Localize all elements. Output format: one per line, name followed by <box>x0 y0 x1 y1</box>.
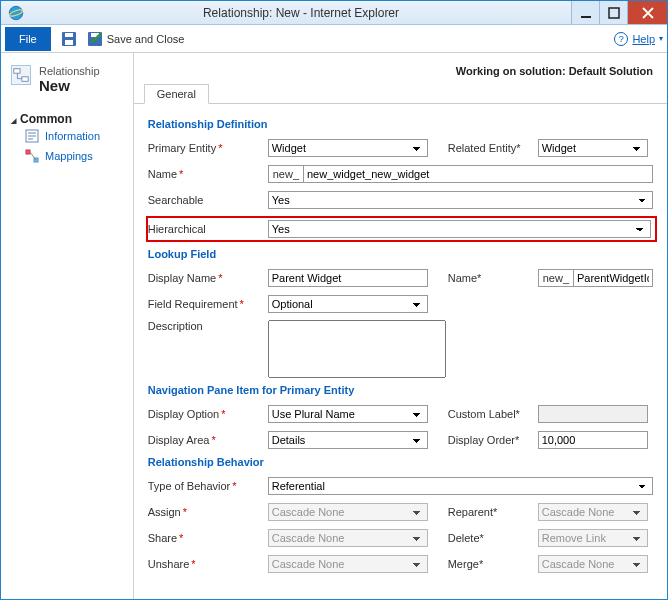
display-name-input[interactable] <box>268 269 428 287</box>
merge-select: Cascade None <box>538 555 648 573</box>
display-order-label: Display Order* <box>448 434 538 446</box>
tab-row: General <box>134 83 667 104</box>
display-name-label: Display Name* <box>148 272 268 284</box>
custom-label-label: Custom Label* <box>448 408 538 420</box>
maximize-button[interactable] <box>599 1 627 24</box>
reparent-label: Reparent* <box>448 506 538 518</box>
sidebar-item-label: Mappings <box>45 150 93 162</box>
svg-rect-9 <box>14 69 20 74</box>
related-entity-select[interactable]: Widget <box>538 139 648 157</box>
window-buttons <box>571 1 667 24</box>
sidebar-item-mappings[interactable]: Mappings <box>11 146 123 166</box>
common-section-header[interactable]: Common <box>11 112 123 126</box>
display-area-label: Display Area* <box>148 434 268 446</box>
section-relationship-definition: Relationship Definition <box>148 118 653 130</box>
save-close-icon <box>87 31 103 47</box>
description-label: Description <box>148 320 268 332</box>
custom-label-field <box>538 405 648 423</box>
merge-label: Merge* <box>448 558 538 570</box>
section-relationship-behavior: Relationship Behavior <box>148 456 653 468</box>
tab-general[interactable]: General <box>144 84 209 104</box>
lookup-name-prefix: new_ <box>538 269 573 287</box>
mappings-icon <box>25 149 39 163</box>
hierarchical-select[interactable]: Yes <box>268 220 651 238</box>
related-entity-label: Related Entity* <box>448 142 538 154</box>
name-label: Name* <box>148 168 268 180</box>
info-icon <box>25 129 39 143</box>
field-requirement-select[interactable]: Optional <box>268 295 428 313</box>
share-select: Cascade None <box>268 529 428 547</box>
window-title: Relationship: New - Internet Explorer <box>31 6 571 20</box>
help-label: Help <box>632 33 655 45</box>
solution-status: Working on solution: Default Solution <box>134 53 667 83</box>
save-and-close-label: Save and Close <box>107 33 185 45</box>
help-icon: ? <box>614 32 628 46</box>
svg-rect-2 <box>581 16 591 18</box>
svg-rect-10 <box>22 77 28 82</box>
file-menu[interactable]: File <box>5 27 51 51</box>
svg-rect-5 <box>65 33 73 37</box>
minimize-button[interactable] <box>571 1 599 24</box>
name-prefix: new_ <box>268 165 303 183</box>
delete-label: Delete* <box>448 532 538 544</box>
section-navigation-pane: Navigation Pane Item for Primary Entity <box>148 384 653 396</box>
section-lookup-field: Lookup Field <box>148 248 653 260</box>
field-requirement-label: Field Requirement* <box>148 298 268 310</box>
svg-rect-6 <box>65 40 73 45</box>
svg-rect-12 <box>26 150 30 154</box>
sidebar-item-information[interactable]: Information <box>11 126 123 146</box>
unshare-select: Cascade None <box>268 555 428 573</box>
entity-name: New <box>39 77 100 94</box>
command-bar: File Save and Close ? Help ▾ <box>1 25 667 53</box>
sidebar: Relationship New Common Information Mapp… <box>1 53 133 599</box>
searchable-select[interactable]: Yes <box>268 191 653 209</box>
assign-label: Assign* <box>148 506 268 518</box>
display-area-select[interactable]: Details <box>268 431 428 449</box>
description-textarea[interactable] <box>268 320 446 378</box>
entity-type-label: Relationship <box>39 65 100 77</box>
name-input[interactable] <box>303 165 653 183</box>
ie-icon <box>7 4 25 22</box>
assign-select: Cascade None <box>268 503 428 521</box>
help-menu[interactable]: ? Help ▾ <box>614 32 663 46</box>
close-button[interactable] <box>627 1 667 24</box>
main-pane: Working on solution: Default Solution Ge… <box>133 53 667 599</box>
delete-select: Remove Link <box>538 529 648 547</box>
reparent-select: Cascade None <box>538 503 648 521</box>
sidebar-item-label: Information <box>45 130 100 142</box>
searchable-label: Searchable <box>148 194 268 206</box>
display-option-select[interactable]: Use Plural Name <box>268 405 428 423</box>
titlebar: Relationship: New - Internet Explorer <box>1 1 667 25</box>
lookup-name-input[interactable] <box>573 269 653 287</box>
display-option-label: Display Option* <box>148 408 268 420</box>
chevron-down-icon: ▾ <box>659 34 663 43</box>
svg-rect-3 <box>609 8 619 18</box>
relationship-icon <box>11 65 31 85</box>
primary-entity-select[interactable]: Widget <box>268 139 428 157</box>
lookup-name-label: Name* <box>448 272 538 284</box>
save-and-close-button[interactable]: Save and Close <box>87 31 185 47</box>
type-of-behavior-label: Type of Behavior* <box>148 480 268 492</box>
form-area: Relationship Definition Primary Entity* … <box>134 104 667 584</box>
entity-header: Relationship New <box>11 65 123 94</box>
primary-entity-label: Primary Entity* <box>148 142 268 154</box>
display-order-input[interactable] <box>538 431 648 449</box>
unshare-label: Unshare* <box>148 558 268 570</box>
hierarchical-label: Hierarchical <box>148 223 268 235</box>
save-icon[interactable] <box>61 31 77 47</box>
type-of-behavior-select[interactable]: Referential <box>268 477 653 495</box>
share-label: Share* <box>148 532 268 544</box>
